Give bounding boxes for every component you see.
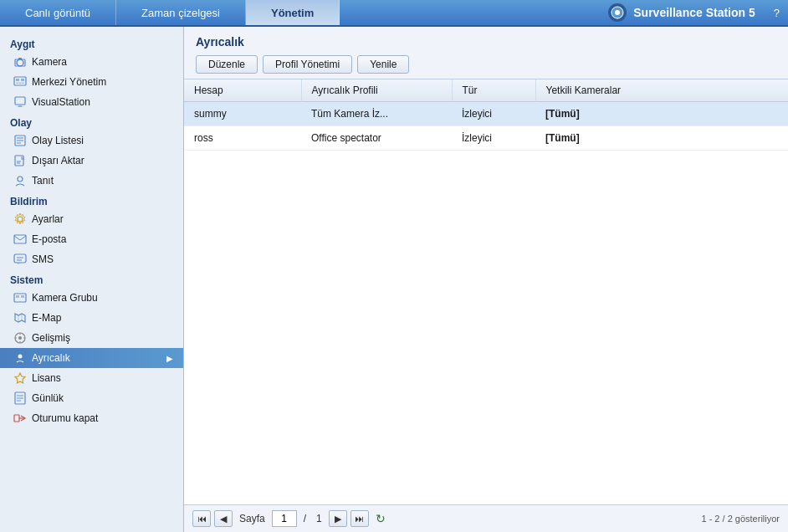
export-label: Dışarı Aktar [32, 155, 84, 166]
cell-account: ross [184, 126, 301, 151]
page-title: Ayrıcalık [196, 35, 776, 49]
sidebar-item-email[interactable]: E-posta [0, 229, 183, 249]
privilege-icon [13, 351, 27, 365]
table-header-row: Hesap Ayrıcalık Profili Tür Yetkili Kame… [184, 79, 788, 102]
pag-info: 1 - 2 / 2 gösteriliyor [701, 514, 780, 524]
license-icon [13, 371, 27, 385]
cameragroup-icon [13, 291, 27, 304]
export-icon [13, 154, 27, 167]
sidebar-item-cameragroup[interactable]: Kamera Grubu [0, 288, 183, 308]
pag-refresh-button[interactable]: ↻ [372, 510, 389, 527]
section-system: Sistem [0, 269, 183, 288]
log-label: Günlük [32, 392, 64, 404]
help-button[interactable]: ? [765, 0, 788, 25]
privilege-arrow: ▶ [166, 354, 173, 363]
central-label: Merkezi Yönetim [32, 76, 106, 88]
table-row[interactable]: summy Tüm Kamera İz... İzleyici [Tümü] [184, 102, 788, 126]
tab-live-view[interactable]: Canlı görüntü [0, 0, 116, 25]
cell-type: İzleyici [452, 126, 535, 151]
svg-rect-21 [14, 254, 26, 263]
svg-rect-11 [17, 106, 23, 107]
logout-label: Oturumu kapat [32, 412, 98, 424]
pag-last-button[interactable]: ⏭ [351, 510, 369, 527]
svg-rect-25 [16, 295, 19, 298]
sidebar-item-privilege[interactable]: Ayrıcalık ▶ [0, 348, 183, 368]
pagination-bar: ⏮ ◀ Sayfa / 1 ▶ ⏭ ↻ 1 - 2 / 2 gösteriliy… [184, 504, 788, 532]
svg-rect-4 [18, 58, 22, 60]
table-row[interactable]: ross Office spectator İzleyici [Tümü] [184, 126, 788, 151]
svg-point-2 [17, 59, 23, 66]
sidebar-item-visualstation[interactable]: VisualStation [0, 92, 183, 112]
toolbar: Düzenle Profil Yönetimi Yenile [196, 55, 776, 74]
sidebar-item-settings[interactable]: Ayarlar [0, 209, 183, 229]
pag-total-pages: 1 [316, 513, 322, 524]
email-label: E-posta [32, 233, 66, 245]
pag-next-button[interactable]: ▶ [329, 510, 347, 527]
content-area: Ayrıcalık Düzenle Profil Yönetimi Yenile… [184, 27, 788, 532]
svg-rect-20 [14, 235, 26, 243]
logout-icon [13, 412, 27, 425]
privilege-table-container: Hesap Ayrıcalık Profili Tür Yetkili Kame… [184, 79, 788, 504]
cell-cameras: [Tümü] [535, 126, 788, 151]
brand-icon [608, 3, 627, 22]
sidebar-item-eventlist[interactable]: Olay Listesi [0, 130, 183, 151]
sms-label: SMS [32, 253, 54, 265]
sidebar-item-emap[interactable]: E-Map [0, 308, 183, 328]
svg-rect-7 [21, 79, 24, 81]
sms-icon [13, 253, 27, 266]
svg-rect-40 [14, 415, 19, 422]
svg-rect-26 [21, 295, 24, 298]
cell-profile: Tüm Kamera İz... [301, 102, 452, 126]
camera-icon [13, 55, 27, 69]
identify-icon [13, 174, 27, 187]
svg-rect-8 [16, 83, 24, 84]
sidebar-item-license[interactable]: Lisans [0, 368, 183, 388]
eventlist-label: Olay Listesi [32, 135, 84, 146]
section-device: Aygıt [0, 33, 183, 52]
identify-label: Tanıt [32, 175, 54, 187]
col-header-cameras: Yetkili Kameralar [535, 79, 788, 102]
sidebar-item-logout[interactable]: Oturumu kapat [0, 408, 183, 428]
svg-point-1 [615, 10, 620, 15]
cell-cameras: [Tümü] [535, 102, 788, 126]
settings-label: Ayarlar [32, 213, 64, 225]
privilege-table: Hesap Ayrıcalık Profili Tür Yetkili Kame… [184, 79, 788, 151]
email-icon [13, 233, 27, 246]
main-layout: Aygıt Kamera Merkezi Yönetim VisualStati… [0, 27, 788, 532]
sidebar-item-sms[interactable]: SMS [0, 249, 183, 269]
sidebar-item-camera[interactable]: Kamera [0, 52, 183, 72]
pag-page-input[interactable] [272, 510, 297, 527]
eventlist-icon [13, 134, 27, 147]
log-icon [13, 391, 27, 405]
sidebar: Aygıt Kamera Merkezi Yönetim VisualStati… [0, 27, 184, 532]
svg-rect-24 [14, 294, 26, 302]
profile-management-button[interactable]: Profil Yönetimi [263, 55, 352, 74]
settings-icon [13, 212, 27, 226]
emap-icon [13, 311, 27, 325]
pag-prev-button[interactable]: ◀ [214, 510, 233, 527]
sidebar-item-central[interactable]: Merkezi Yönetim [0, 72, 183, 92]
sidebar-item-identify[interactable]: Tanıt [0, 171, 183, 191]
col-header-type: Tür [452, 79, 535, 102]
svg-rect-9 [15, 97, 25, 105]
top-nav-bar: Canlı görüntü Zaman çizelgesi Yönetim Su… [0, 0, 788, 27]
sidebar-item-export[interactable]: Dışarı Aktar [0, 151, 183, 171]
section-event: Olay [0, 112, 183, 130]
edit-button[interactable]: Düzenle [196, 55, 258, 74]
content-header: Ayrıcalık Düzenle Profil Yönetimi Yenile [184, 27, 788, 79]
col-header-profile: Ayrıcalık Profili [301, 79, 452, 102]
pag-first-button[interactable]: ⏮ [192, 510, 211, 527]
sidebar-item-log[interactable]: Günlük [0, 388, 183, 408]
emap-label: E-Map [32, 312, 61, 324]
tab-management[interactable]: Yönetim [246, 0, 340, 25]
sidebar-item-advanced[interactable]: Gelişmiş [0, 328, 183, 348]
col-header-account: Hesap [184, 79, 301, 102]
camera-label: Kamera [32, 56, 67, 68]
svg-point-35 [18, 355, 23, 359]
pag-page-label: Sayfa [239, 513, 265, 524]
tab-timeline[interactable]: Zaman çizelgesi [116, 0, 246, 25]
refresh-button[interactable]: Yenile [357, 55, 409, 74]
visualstation-label: VisualStation [32, 96, 90, 108]
advanced-label: Gelişmiş [32, 332, 70, 344]
svg-point-19 [18, 176, 23, 182]
